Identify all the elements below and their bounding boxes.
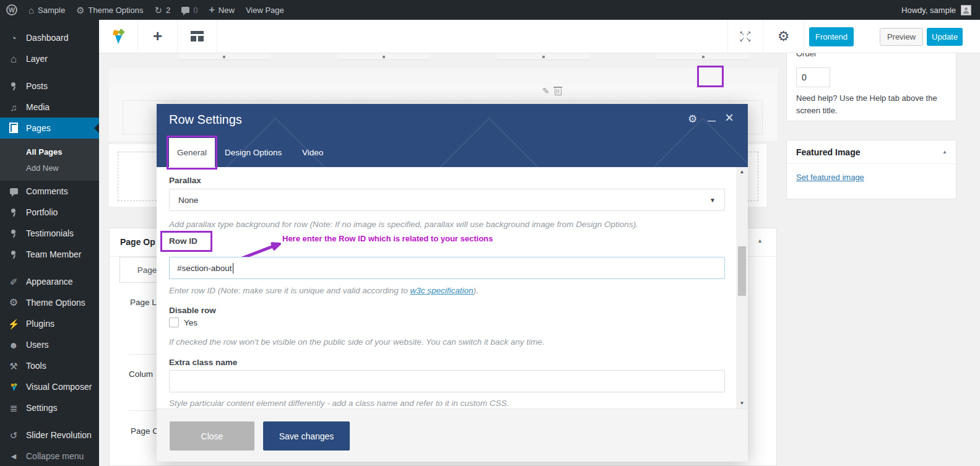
site-name-menu[interactable]: ⌂ Sample: [23, 0, 71, 20]
sidebar-item-portfolio[interactable]: Portfolio: [0, 202, 99, 223]
new-content-menu[interactable]: + New: [204, 0, 240, 20]
sidebar-item-plugins[interactable]: ⚡ Plugins: [0, 313, 99, 334]
row-id-value: #section-about: [177, 264, 232, 273]
wordpress-logo-icon: W: [6, 4, 17, 15]
sidebar-item-tools[interactable]: ⚒ Tools: [0, 355, 99, 376]
modal-header: Row Settings ⚙ — × Design Options Video: [157, 104, 748, 167]
comments-menu[interactable]: 0: [176, 0, 203, 20]
save-changes-button[interactable]: Save changes: [263, 421, 350, 451]
sidebar-item-posts[interactable]: Posts: [0, 76, 99, 97]
row-id-input[interactable]: #section-about: [169, 257, 725, 279]
close-button[interactable]: Close: [170, 421, 254, 451]
sidebar-subitem-all-pages[interactable]: All Pages: [0, 144, 99, 160]
divider: [0, 69, 99, 76]
sidebar-item-label: Pages: [26, 123, 51, 133]
brush-icon: ✐: [7, 277, 20, 287]
sidebar-item-label: Dashboard: [26, 33, 69, 43]
sidebar-item-media[interactable]: ♫ Media: [0, 97, 99, 118]
updates-menu[interactable]: ↻ 2: [149, 0, 176, 20]
drag-dot-icon: [702, 56, 705, 58]
extra-class-label: Extra class name: [169, 358, 237, 367]
sidebar-item-comments[interactable]: Comments: [0, 181, 99, 202]
sidebar-item-appearance[interactable]: ✐ Appearance: [0, 271, 99, 292]
wp-logo-menu[interactable]: W: [0, 0, 23, 20]
media-icon: ♫: [7, 103, 20, 112]
sidebar-item-visual-composer[interactable]: Visual Composer: [0, 376, 99, 397]
featured-image-metabox: Featured Image ▲ Set featured image: [786, 140, 956, 199]
view-page-menu[interactable]: View Page: [240, 0, 290, 20]
drag-dot-icon: [542, 56, 545, 58]
close-icon[interactable]: ×: [725, 110, 734, 125]
tab-general[interactable]: General: [169, 138, 215, 167]
sidebar-item-slider-revolution[interactable]: ↺ Slider Revolution: [0, 425, 99, 446]
avatar: [961, 5, 971, 15]
vc-logo-button[interactable]: [99, 20, 137, 53]
sidebar-subitem-add-new[interactable]: Add New: [0, 160, 99, 176]
pencil-icon[interactable]: ✎: [542, 86, 550, 96]
dashboard-icon: ◔: [7, 33, 20, 43]
sidebar-item-label: Plugins: [26, 319, 54, 329]
templates-button[interactable]: [178, 20, 217, 53]
extra-class-input[interactable]: [169, 370, 725, 392]
parallax-selected-value: None: [178, 196, 198, 205]
set-featured-image-link[interactable]: Set featured image: [796, 173, 864, 182]
page-options-row-label: Page L: [130, 298, 157, 307]
plus-icon: +: [153, 27, 162, 46]
sidebar-item-settings[interactable]: ≣ Settings: [0, 397, 99, 418]
modal-body: Parallax None ▼ Add parallax type backgr…: [157, 167, 748, 408]
my-account-menu[interactable]: Howdy, sample: [901, 5, 980, 15]
sidebar-item-theme-options[interactable]: ⚙ Theme Options: [0, 292, 99, 313]
sidebar-item-label: Tools: [26, 361, 46, 371]
add-element-button[interactable]: +: [138, 20, 177, 53]
sidebar-item-users[interactable]: ☻ Users: [0, 334, 99, 355]
sidebar-item-testimonials[interactable]: Testimonials: [0, 223, 99, 244]
preview-button[interactable]: Preview: [880, 28, 923, 46]
sidebar-item-team-member[interactable]: Team Member: [0, 244, 99, 265]
collapse-triangle-icon[interactable]: ▲: [942, 149, 947, 155]
help-text: Need help? Use the Help tab above the sc…: [796, 92, 950, 116]
modal-scrollbar[interactable]: ▲ ▼: [736, 167, 748, 408]
order-input[interactable]: [796, 67, 830, 87]
trash-icon[interactable]: [555, 88, 562, 95]
scroll-down-icon[interactable]: ▼: [736, 399, 748, 408]
theme-options-menu[interactable]: ⚙ Theme Options: [71, 0, 149, 20]
wordpress-admin-page: ≡ + ▾ ✎ ✎ Page Op ▲ Page Page L Colum Pa…: [0, 0, 980, 466]
vc-settings-button[interactable]: ⚙: [763, 20, 804, 53]
update-button[interactable]: Update: [927, 28, 963, 46]
extra-class-description: Style particular content element differe…: [169, 399, 725, 408]
sidebar-item-dashboard[interactable]: ◔ Dashboard: [0, 27, 99, 48]
row-id-description: Enter row ID (Note: make sure it is uniq…: [169, 286, 725, 295]
vc-row-header: [109, 68, 778, 85]
collapse-triangle-icon[interactable]: ▲: [757, 238, 763, 244]
page-options-row-label: Colum: [129, 369, 153, 379]
disable-row-checkbox-label: Yes: [184, 318, 197, 327]
users-icon: ☻: [7, 340, 20, 350]
divider: [0, 265, 99, 271]
parallax-select[interactable]: None ▼: [169, 189, 725, 211]
sidebar-item-pages[interactable]: Pages: [0, 118, 99, 139]
sliders-icon: ≣: [7, 403, 20, 413]
fullscreen-button[interactable]: ↖↗ ↙↘: [728, 20, 763, 53]
modal-title: Row Settings: [169, 113, 242, 127]
scrollbar-thumb[interactable]: [738, 246, 746, 296]
sidebar-item-label: Layer: [26, 54, 48, 64]
sidebar-item-label: Slider Revolution: [26, 430, 92, 440]
scroll-up-icon[interactable]: ▲: [736, 167, 748, 177]
minimize-icon[interactable]: —: [708, 116, 716, 124]
drag-dot-icon: [383, 56, 385, 58]
new-label: New: [219, 6, 235, 15]
tab-video[interactable]: Video: [302, 138, 323, 167]
frontend-button[interactable]: Frontend: [809, 27, 854, 46]
sidebar-item-layer[interactable]: ⌂ Layer: [0, 48, 99, 69]
gear-icon: ⚙: [7, 298, 20, 308]
modal-settings-gear-icon[interactable]: ⚙: [688, 114, 697, 124]
collapse-menu-label: Collapse menu: [26, 451, 84, 461]
collapse-menu-button[interactable]: ◀ Collapse menu: [0, 446, 99, 466]
tab-design-options[interactable]: Design Options: [225, 138, 282, 167]
disable-row-checkbox[interactable]: [169, 317, 179, 327]
w3c-specification-link[interactable]: w3c specification: [410, 286, 473, 295]
bg-column-header: [337, 54, 430, 60]
gear-icon: ⚙: [76, 6, 84, 15]
gear-icon: ⚙: [778, 28, 790, 45]
tutorial-annotation-text: Here enter the Row ID which is related t…: [282, 234, 493, 243]
